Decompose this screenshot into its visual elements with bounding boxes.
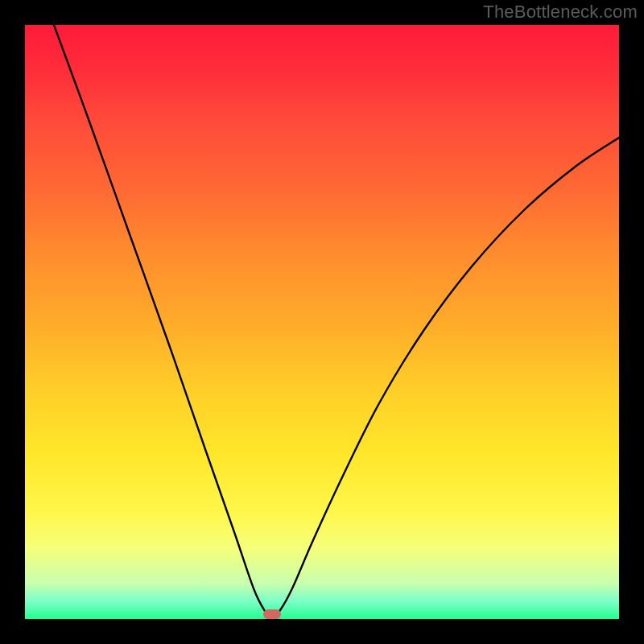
plot-gradient-area xyxy=(25,25,619,619)
chart-frame: TheBottleneck.com xyxy=(0,0,644,644)
minimum-marker xyxy=(263,609,281,619)
watermark-text: TheBottleneck.com xyxy=(483,2,638,23)
